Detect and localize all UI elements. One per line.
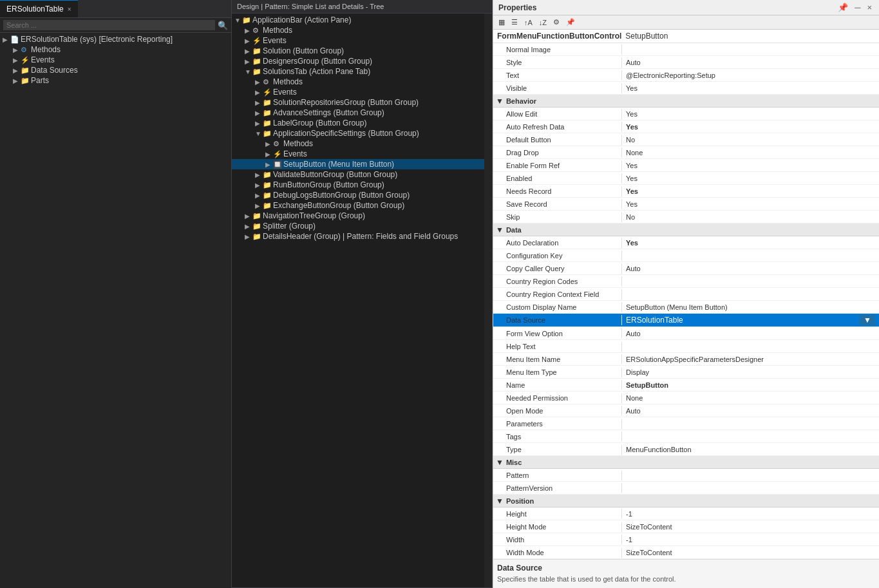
props-row-visible[interactable]: VisibleYes xyxy=(493,82,879,95)
middle-tree-item[interactable]: ▶⚡Events xyxy=(232,87,484,97)
minimize-window-button[interactable]: ─ xyxy=(853,3,862,12)
props-row-patternversion[interactable]: PatternVersion xyxy=(493,482,879,495)
tree-label: Methods xyxy=(273,77,303,86)
middle-tree-item[interactable]: ▶📁DetailsHeader (Group) | Pattern: Field… xyxy=(232,231,484,242)
props-val: Auto xyxy=(622,406,879,416)
props-row-text[interactable]: Text@ElectronicReporting:Setup xyxy=(493,69,879,82)
props-row-custom-display-name[interactable]: Custom Display NameSetupButton (Menu Ite… xyxy=(493,301,879,314)
middle-tree-item[interactable]: ▼📁SolutionsTab (Action Pane Tab) xyxy=(232,66,484,77)
props-row-auto-declaration[interactable]: Auto DeclarationYes xyxy=(493,236,879,249)
props-row-save-record[interactable]: Save RecordYes xyxy=(493,198,879,211)
props-val: No xyxy=(622,212,879,222)
props-row-width-mode[interactable]: Width ModeSizeToContent xyxy=(493,546,879,559)
props-row-menu-item-type[interactable]: Menu Item TypeDisplay xyxy=(493,366,879,379)
middle-tree-item[interactable]: ▶📁ExchangeButtonGroup (Button Group) xyxy=(232,200,484,211)
props-row-height[interactable]: Height-1 xyxy=(493,507,879,520)
props-row-data-source[interactable]: Data SourceERSolutionTable▼ xyxy=(493,314,879,327)
middle-tree-item[interactable]: ▶⚙Methods xyxy=(232,138,484,149)
props-row-normal-image[interactable]: Normal Image xyxy=(493,43,879,56)
middle-tree-item[interactable]: ▶📁Splitter (Group) xyxy=(232,221,484,231)
props-row-configuration-key[interactable]: Configuration Key xyxy=(493,249,879,262)
props-row-type[interactable]: TypeMenuFunctionButton xyxy=(493,443,879,456)
props-row-form-view-option[interactable]: Form View OptionAuto xyxy=(493,327,879,340)
tree-label: Methods xyxy=(31,45,61,54)
props-section-data[interactable]: ▼Data xyxy=(493,223,879,236)
props-pin-btn[interactable]: 📌 xyxy=(563,17,578,28)
tree-arrow: ▶ xyxy=(245,58,252,65)
middle-tree-item[interactable]: ▶📁ValidateButtonGroup (Button Group) xyxy=(232,169,484,180)
middle-tree-item[interactable]: ▶⚙Methods xyxy=(232,77,484,87)
props-row-help-text[interactable]: Help Text xyxy=(493,340,879,353)
left-tree-item-root[interactable]: ▶📄ERSolutionTable (sys) [Electronic Repo… xyxy=(0,34,231,44)
close-window-button[interactable]: × xyxy=(865,3,874,12)
props-row-enabled[interactable]: EnabledYes xyxy=(493,172,879,185)
tree-arrow: ▶ xyxy=(245,27,252,34)
middle-tree-item[interactable]: ▼📁ApplicationSpecificSettings (Button Gr… xyxy=(232,128,484,138)
props-row-auto-refresh-data[interactable]: Auto Refresh DataYes xyxy=(493,120,879,133)
tree-arrow: ▶ xyxy=(245,48,252,55)
middle-tree-item[interactable]: ▶⚡Events xyxy=(232,149,484,159)
middle-tree-item[interactable]: ▶📁LabelGroup (Button Group) xyxy=(232,118,484,128)
props-list-btn[interactable]: ☰ xyxy=(509,17,520,28)
pin-window-button[interactable]: 📌 xyxy=(836,3,850,12)
props-row-needs-record[interactable]: Needs RecordYes xyxy=(493,185,879,198)
middle-tree-item[interactable]: ▶📁RunButtonGroup (Button Group) xyxy=(232,180,484,190)
props-row-style[interactable]: StyleAuto xyxy=(493,56,879,69)
middle-tree-item[interactable]: ▶⚡Events xyxy=(232,35,484,46)
tree-icon: 📁 xyxy=(252,222,263,231)
props-row-skip[interactable]: SkipNo xyxy=(493,211,879,223)
props-val: SizeToContent xyxy=(622,547,879,558)
tree-arrow: ▶ xyxy=(255,79,263,86)
middle-tree-item[interactable]: ▶📁SolutionRepositoriesGroup (Button Grou… xyxy=(232,97,484,108)
tree-icon: 📁 xyxy=(263,129,273,138)
middle-tree-item[interactable]: ▶📁Solution (Button Group) xyxy=(232,46,484,56)
props-key: Text xyxy=(493,70,622,81)
props-row-parameters[interactable]: Parameters xyxy=(493,417,879,430)
middle-tree-item[interactable]: ▼📁ApplicationBar (Action Pane) xyxy=(232,15,484,25)
props-sort-desc-btn[interactable]: ↓Z xyxy=(536,17,549,28)
props-filter-btn[interactable]: ⚙ xyxy=(551,17,562,28)
middle-scrollbar[interactable] xyxy=(484,14,492,587)
props-section-position[interactable]: ▼Position xyxy=(493,495,879,507)
er-solution-table-tab[interactable]: ERSolutionTable × xyxy=(0,0,78,17)
left-tree-item-datasources[interactable]: ▶📁Data Sources xyxy=(0,65,231,75)
middle-tree-item[interactable]: ▶🔲SetupButton (Menu Item Button) xyxy=(232,159,484,169)
middle-tree-item[interactable]: ▶📁AdvanceSettings (Button Group) xyxy=(232,108,484,118)
props-grid-btn[interactable]: ▦ xyxy=(496,17,507,28)
left-tree-item-parts[interactable]: ▶📁Parts xyxy=(0,75,231,86)
props-row-width[interactable]: Width-1 xyxy=(493,533,879,546)
props-row-pattern[interactable]: Pattern xyxy=(493,469,879,482)
middle-tree-item[interactable]: ▶⚙Methods xyxy=(232,25,484,35)
props-row-default-button[interactable]: Default ButtonNo xyxy=(493,133,879,146)
props-row-menu-item-name[interactable]: Menu Item NameERSolutionAppSpecificParam… xyxy=(493,353,879,366)
middle-tree-item[interactable]: ▶📁DesignersGroup (Button Group) xyxy=(232,56,484,66)
props-row-country-region-codes[interactable]: Country Region Codes xyxy=(493,275,879,288)
props-row-height-mode[interactable]: Height ModeSizeToContent xyxy=(493,520,879,533)
middle-tree-item[interactable]: ▶📁DebugLogsButtonGroup (Button Group) xyxy=(232,190,484,200)
props-section-behavior[interactable]: ▼Behavior xyxy=(493,95,879,108)
tree-arrow: ▶ xyxy=(3,36,10,43)
section-label: Data xyxy=(506,226,522,234)
props-row-name[interactable]: NameSetupButton xyxy=(493,379,879,392)
props-row-copy-caller-query[interactable]: Copy Caller QueryAuto xyxy=(493,262,879,275)
props-sort-asc-btn[interactable]: ↑A xyxy=(522,17,535,28)
props-val: Auto xyxy=(622,328,879,339)
props-section-misc[interactable]: ▼Misc xyxy=(493,456,879,469)
props-row-tags[interactable]: Tags xyxy=(493,430,879,443)
search-button[interactable]: 🔍 xyxy=(218,21,228,30)
tab-close-icon[interactable]: × xyxy=(68,6,71,13)
props-row-enable-form-ref[interactable]: Enable Form RefYes xyxy=(493,159,879,172)
middle-tree-item[interactable]: ▶📁NavigationTreeGroup (Group) xyxy=(232,211,484,221)
search-input[interactable] xyxy=(3,20,215,30)
props-row-needed-permission[interactable]: Needed PermissionNone xyxy=(493,392,879,404)
dropdown-arrow[interactable]: ▼ xyxy=(860,315,875,325)
tree-icon: ⚙ xyxy=(252,26,263,35)
props-row-country-region-context-field[interactable]: Country Region Context Field xyxy=(493,288,879,301)
props-row-drag-drop[interactable]: Drag DropNone xyxy=(493,146,879,159)
left-tree-item-events1[interactable]: ▶⚡Events xyxy=(0,55,231,65)
props-row-open-mode[interactable]: Open ModeAuto xyxy=(493,404,879,417)
props-val: Yes xyxy=(622,186,879,196)
props-key: Custom Display Name xyxy=(493,302,622,312)
left-tree-item-methods1[interactable]: ▶⚙Methods xyxy=(0,44,231,55)
props-row-allow-edit[interactable]: Allow EditYes xyxy=(493,108,879,120)
